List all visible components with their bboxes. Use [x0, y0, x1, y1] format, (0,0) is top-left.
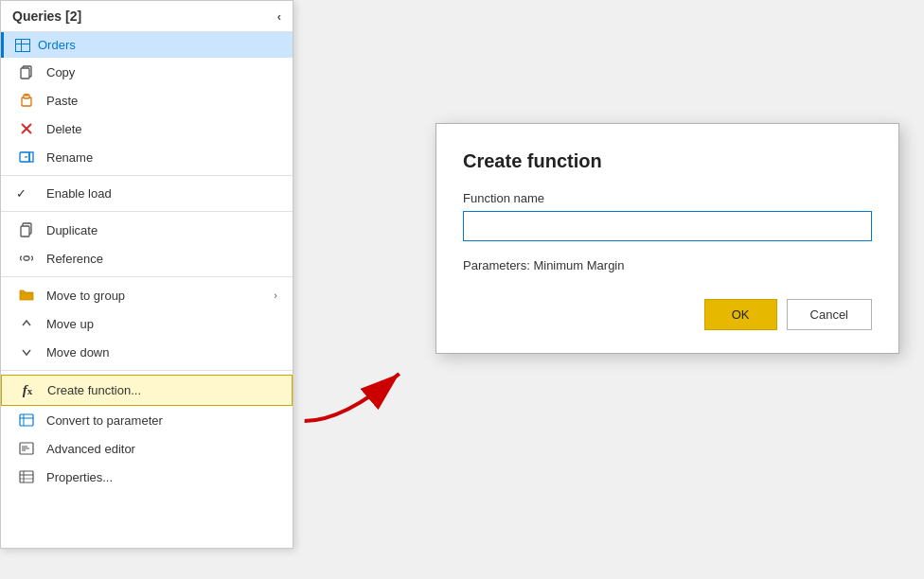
- menu-item-movetogroup[interactable]: Move to group ›: [1, 281, 293, 309]
- menu-item-copy[interactable]: Copy: [1, 58, 293, 86]
- panel-title: Queries [2]: [12, 9, 81, 24]
- checkmark-icon: ✓: [16, 186, 37, 201]
- editor-icon: [16, 441, 37, 456]
- duplicate-icon: [16, 222, 37, 237]
- delete-icon: [16, 121, 37, 136]
- submenu-arrow-icon: ›: [274, 290, 277, 301]
- folder-icon: [16, 288, 37, 303]
- duplicate-label: Duplicate: [46, 223, 277, 237]
- menu-item-reference[interactable]: Reference: [1, 244, 293, 272]
- enableload-label: Enable load: [46, 186, 277, 201]
- parameters-label: Parameters: Minimum Margin: [463, 258, 872, 272]
- menu-item-movedown[interactable]: Move down: [1, 338, 293, 366]
- divider-4: [1, 370, 293, 371]
- menu-item-advancededitor[interactable]: Advanced editor: [1, 434, 293, 463]
- movedown-label: Move down: [46, 345, 277, 360]
- ok-button[interactable]: OK: [704, 299, 777, 330]
- copy-label: Copy: [46, 65, 277, 79]
- svg-rect-1: [21, 68, 29, 79]
- createfunction-label: Create function...: [47, 383, 276, 397]
- advancededitor-label: Advanced editor: [46, 442, 277, 456]
- menu-item-rename[interactable]: Rename: [1, 143, 293, 171]
- rename-label: Rename: [46, 150, 277, 165]
- menu-item-properties[interactable]: Properties...: [1, 463, 293, 491]
- arrow-annotation: [265, 350, 454, 445]
- paste-label: Paste: [46, 94, 277, 108]
- divider-1: [1, 175, 293, 176]
- menu-item-createfunction[interactable]: fx Create function...: [1, 375, 293, 406]
- fx-icon: fx: [17, 382, 38, 398]
- menu-item-enableload[interactable]: ✓ Enable load: [1, 180, 293, 207]
- properties-label: Properties...: [46, 470, 277, 484]
- reference-label: Reference: [46, 252, 277, 266]
- menu-item-moveup[interactable]: Move up: [1, 309, 293, 338]
- svg-rect-11: [21, 226, 29, 237]
- menu-item-duplicate[interactable]: Duplicate: [1, 216, 293, 244]
- divider-3: [1, 276, 293, 277]
- selected-query-item[interactable]: Orders: [1, 32, 293, 58]
- copy-icon: [16, 64, 37, 79]
- props-icon: [16, 469, 37, 484]
- panel-header: Queries [2] ‹: [1, 1, 293, 32]
- movedown-icon: [16, 344, 37, 360]
- menu-item-delete[interactable]: Delete: [1, 114, 293, 143]
- cancel-button[interactable]: Cancel: [787, 299, 872, 330]
- create-function-dialog: Create function Function name Parameters…: [435, 123, 899, 354]
- delete-label: Delete: [46, 122, 277, 136]
- menu-item-paste[interactable]: Paste: [1, 86, 293, 114]
- moveup-icon: [16, 316, 37, 331]
- convert-icon: [16, 412, 37, 428]
- movetogroup-label: Move to group: [46, 289, 274, 303]
- svg-rect-19: [20, 471, 33, 482]
- svg-rect-8: [29, 152, 33, 162]
- dialog-buttons: OK Cancel: [463, 299, 872, 330]
- context-menu-panel: Queries [2] ‹ Orders Copy Paste: [0, 0, 293, 549]
- svg-rect-12: [20, 414, 33, 426]
- convertparam-label: Convert to parameter: [46, 413, 277, 428]
- function-name-input[interactable]: [463, 211, 872, 241]
- collapse-icon[interactable]: ‹: [277, 9, 281, 24]
- dialog-title: Create function: [463, 150, 872, 172]
- function-name-label: Function name: [463, 191, 872, 205]
- table-icon: [15, 39, 30, 52]
- svg-rect-4: [25, 94, 28, 96]
- paste-icon: [16, 93, 37, 108]
- moveup-label: Move up: [46, 317, 277, 331]
- selected-query-label: Orders: [38, 38, 76, 52]
- rename-icon: [16, 149, 37, 165]
- divider-2: [1, 211, 293, 212]
- menu-item-convertparam[interactable]: Convert to parameter: [1, 406, 293, 434]
- reference-icon: [16, 251, 37, 266]
